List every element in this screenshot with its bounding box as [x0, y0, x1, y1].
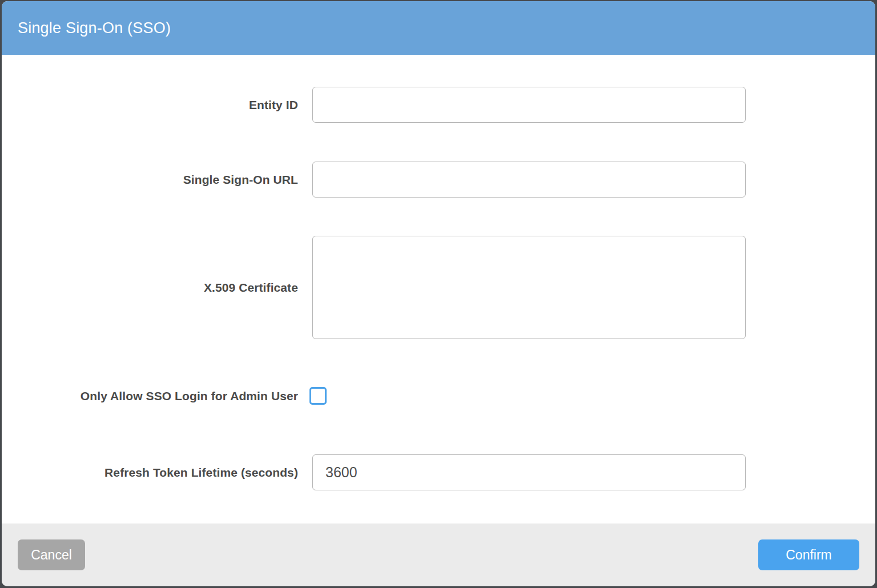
certificate-row: X.509 Certificate	[2, 236, 875, 339]
dialog-title: Single Sign-On (SSO)	[18, 19, 171, 37]
entity-id-input[interactable]	[312, 87, 746, 123]
entity-id-row: Entity ID	[2, 87, 875, 123]
refresh-token-row: Refresh Token Lifetime (seconds)	[2, 454, 875, 490]
entity-id-label: Entity ID	[2, 98, 298, 112]
sso-url-input[interactable]	[312, 162, 746, 198]
sso-url-label: Single Sign-On URL	[2, 173, 298, 187]
certificate-label: X.509 Certificate	[2, 281, 298, 295]
admin-only-label: Only Allow SSO Login for Admin User	[2, 389, 298, 403]
cancel-button[interactable]: Cancel	[18, 539, 85, 570]
refresh-token-label: Refresh Token Lifetime (seconds)	[2, 466, 298, 480]
refresh-token-input[interactable]	[312, 454, 746, 490]
confirm-button[interactable]: Confirm	[758, 539, 859, 570]
admin-only-row: Only Allow SSO Login for Admin User	[2, 387, 875, 405]
sso-settings-dialog: Single Sign-On (SSO) Entity ID Single Si…	[2, 1, 875, 586]
dialog-header: Single Sign-On (SSO)	[2, 1, 875, 55]
admin-only-checkbox[interactable]	[309, 387, 327, 405]
certificate-textarea[interactable]	[312, 236, 746, 339]
sso-url-row: Single Sign-On URL	[2, 162, 875, 198]
dialog-footer: Cancel Confirm	[2, 523, 875, 586]
dialog-body: Entity ID Single Sign-On URL X.509 Certi…	[2, 55, 875, 523]
